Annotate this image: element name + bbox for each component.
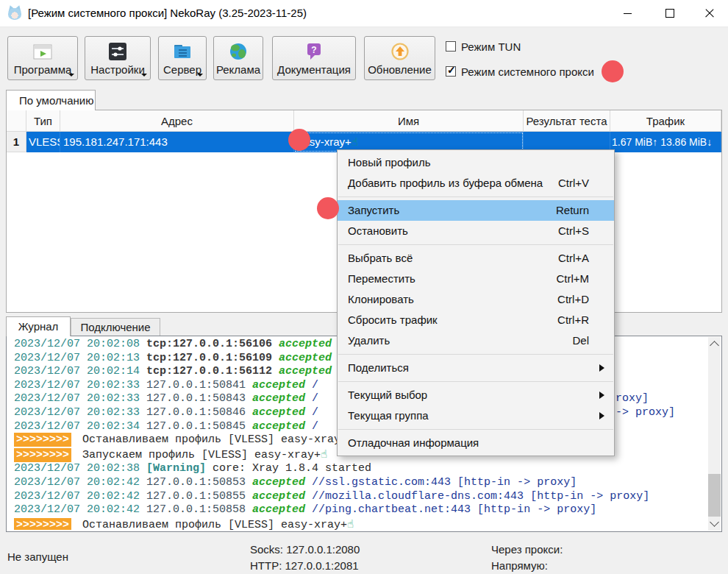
svg-text:?: ? <box>311 45 316 55</box>
pointing-hand-icon: ☝ <box>347 517 354 530</box>
dropdown-arrow-icon <box>68 74 74 77</box>
menu-item-delete[interactable]: УдалитьDel <box>338 330 614 351</box>
scrollbar-thumb[interactable] <box>708 474 721 517</box>
log-chip-arrows: >>>>>>>> <box>14 433 71 447</box>
menu-item-current-group[interactable]: Текущая группа <box>338 405 614 426</box>
menu-item-current-selection[interactable]: Текущий выбор <box>338 385 614 405</box>
program-button[interactable]: Программа <box>7 36 78 80</box>
log-line: 2023/12/07 20:02:42 127.0.0.1:50853 acce… <box>14 476 710 490</box>
annotation-dot <box>602 60 624 82</box>
log-line: >>>>>>>> Останавливаем профиль [VLESS] e… <box>14 517 710 530</box>
title-bar: [Режим системного прокси] NekoRay (3.25-… <box>0 0 728 27</box>
app-logo-icon <box>7 5 23 21</box>
menu-item-stop[interactable]: ОстановитьCtrl+S <box>338 221 614 241</box>
submenu-arrow-icon <box>599 412 604 419</box>
documentation-icon: ? <box>303 40 325 63</box>
row-number: 1 <box>7 132 26 152</box>
menu-separator <box>338 194 614 200</box>
menu-item-add-profile-from-clipboard[interactable]: Добавить профиль из буфера обменаCtrl+V <box>338 173 614 194</box>
menu-item-debug-info[interactable]: Отладочная информация <box>338 433 614 453</box>
menu-item-start[interactable]: ЗапуститьReturn <box>338 200 614 221</box>
documentation-button[interactable]: ? Документация <box>272 36 356 80</box>
program-icon <box>32 40 54 63</box>
system-proxy-checkbox[interactable]: ✓ Режим системного прокси <box>446 65 594 78</box>
log-chip-arrows: >>>>>>>> <box>14 448 71 462</box>
menu-separator <box>338 426 614 433</box>
update-button[interactable]: Обновление <box>364 36 435 80</box>
context-menu: Новый профиль Добавить профиль из буфера… <box>337 149 615 456</box>
pointing-hand-icon: ☝ <box>351 135 358 149</box>
submenu-arrow-icon <box>599 391 604 399</box>
header-corner <box>7 110 26 132</box>
menu-item-reset-traffic[interactable]: Сбросить трафикCtrl+R <box>338 310 614 330</box>
cell-address: 195.181.247.171:443 <box>60 132 294 152</box>
log-line: 2023/12/07 20:02:42 127.0.0.1:50858 acce… <box>14 503 710 517</box>
ads-button-label: Реклама <box>214 63 263 77</box>
scroll-up-icon[interactable] <box>710 341 719 350</box>
globe-icon <box>227 40 249 63</box>
checkbox-unchecked-icon <box>446 41 456 52</box>
ads-button[interactable]: Реклама <box>213 36 263 80</box>
log-line: 2023/12/07 20:02:42 127.0.0.1:50855 acce… <box>14 490 710 504</box>
cell-type: VLESS <box>26 132 60 152</box>
log-line: 2023/12/07 20:02:38 [Warning] core: Xray… <box>14 462 710 476</box>
nekoray-window: { "window": { "title": "[Режим системног… <box>0 0 728 574</box>
tun-mode-label: Режим TUN <box>461 40 521 53</box>
menu-item-clone[interactable]: КлонироватьCtrl+D <box>338 289 614 310</box>
close-button[interactable] <box>691 0 728 26</box>
settings-button[interactable]: Настройки <box>85 36 151 80</box>
maximize-button[interactable] <box>652 0 688 26</box>
annotation-dot <box>317 197 339 219</box>
minimize-button[interactable] <box>609 0 646 26</box>
window-title: [Режим системного прокси] NekoRay (3.25-… <box>28 0 307 26</box>
header-name[interactable]: Имя <box>294 110 524 132</box>
group-tab-default[interactable]: По умолчанию <box>6 90 96 110</box>
status-via-proxy: Через прокси: <box>491 543 563 556</box>
submenu-arrow-icon <box>599 364 604 372</box>
tab-log[interactable]: Журнал <box>6 316 71 336</box>
server-table-header: Тип Адрес Имя Результат теста Трафик <box>7 110 721 132</box>
server-folder-icon <box>171 40 193 63</box>
status-direct: Напрямую: <box>491 559 548 572</box>
dropdown-arrow-icon <box>197 74 203 77</box>
log-scrollbar[interactable] <box>708 337 721 531</box>
menu-separator <box>338 351 614 358</box>
header-test-result[interactable]: Результат теста <box>524 110 610 132</box>
menu-item-move[interactable]: ПереместитьCtrl+M <box>338 269 614 289</box>
scroll-down-icon[interactable] <box>710 517 719 527</box>
header-address[interactable]: Адрес <box>60 110 294 132</box>
annotation-dot <box>288 129 310 151</box>
menu-separator <box>338 378 614 385</box>
status-state: Не запущен <box>7 550 68 563</box>
tun-mode-checkbox[interactable]: Режим TUN <box>446 40 521 53</box>
status-socks: Socks: 127.0.0.1:2080 <box>250 543 360 556</box>
settings-icon <box>107 40 129 63</box>
settings-button-label: Настройки <box>85 63 150 77</box>
cell-traffic: 1.67 MiB↑ 13.86 MiB↓ <box>610 132 721 152</box>
system-proxy-label: Режим системного прокси <box>461 65 594 78</box>
menu-item-select-all[interactable]: Выбрать всёCtrl+A <box>338 248 614 269</box>
menu-item-new-profile[interactable]: Новый профиль <box>338 152 614 173</box>
header-type[interactable]: Тип <box>26 110 60 132</box>
program-button-label: Программа <box>8 63 77 77</box>
dropdown-arrow-icon <box>141 74 147 77</box>
update-icon <box>389 40 411 63</box>
header-traffic[interactable]: Трафик <box>610 110 721 132</box>
server-button[interactable]: Сервер <box>158 36 207 80</box>
checkbox-checked-icon: ✓ <box>446 66 456 77</box>
documentation-button-label: Документация <box>273 63 355 77</box>
menu-separator <box>338 241 614 248</box>
menu-item-share[interactable]: Поделиться <box>338 358 614 378</box>
update-button-label: Обновление <box>365 63 435 77</box>
pointing-hand-icon: ☝ <box>321 447 327 461</box>
log-chip-arrows: >>>>>>>> <box>14 518 71 530</box>
status-http: HTTP: 127.0.0.1:2081 <box>250 559 359 572</box>
tab-connection[interactable]: Подключение <box>71 318 160 336</box>
